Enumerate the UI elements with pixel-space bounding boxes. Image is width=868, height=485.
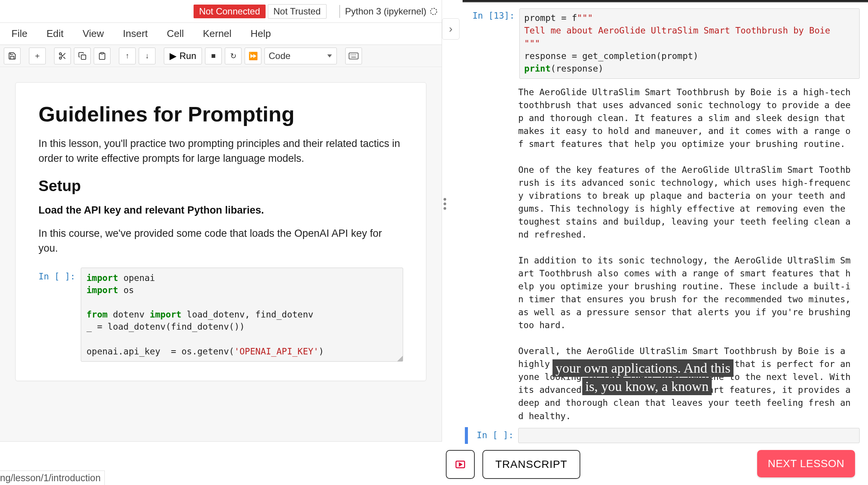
paste-button[interactable] [94, 48, 111, 64]
code-input[interactable]: import openai import os from dotenv impo… [81, 268, 403, 362]
markdown-cell[interactable]: Guidelines for Prompting In this lesson,… [15, 82, 426, 381]
menu-cell[interactable]: Cell [159, 26, 192, 42]
kernel-name[interactable]: Python 3 (ipykernel) [345, 6, 426, 17]
svg-marker-15 [460, 463, 462, 466]
empty-code-input-1[interactable] [518, 428, 860, 443]
panel-top-border [463, 0, 868, 2]
svg-point-2 [59, 57, 62, 59]
panel-drag-handle[interactable] [444, 198, 446, 210]
setup-heading: Setup [38, 177, 403, 195]
caption-line-1: your own applications. And this [553, 359, 733, 377]
page-title: Guidelines for Prompting [38, 102, 403, 126]
fast-forward-button[interactable]: ⏩ [245, 48, 261, 64]
toolbar: ＋ ↑ ↓ ▶ Run ■ ↻ ⏩ Code [0, 45, 442, 67]
svg-rect-6 [81, 55, 86, 59]
caption-line-2: is, you know, a known [582, 378, 712, 395]
not-trusted-badge[interactable]: Not Trusted [268, 4, 327, 19]
resize-handle[interactable] [397, 356, 403, 361]
menu-file[interactable]: File [4, 26, 35, 42]
run-label: Run [179, 51, 196, 61]
footer: ng/lesson/1/introduction TRANSCRIPT NEXT… [0, 443, 868, 485]
keyboard-button[interactable] [345, 48, 362, 64]
url-path: ng/lesson/1/introduction [0, 471, 105, 485]
chevron-right-icon: › [449, 23, 452, 35]
menu-kernel[interactable]: Kernel [195, 26, 239, 42]
video-captions: your own applications. And this is, you … [553, 359, 733, 396]
svg-point-1 [59, 53, 62, 55]
menu-bar: File Edit View Insert Cell Kernel Help [0, 23, 442, 45]
code-input-13[interactable]: prompt = f""" Tell me about AeroGlide Ul… [519, 8, 860, 79]
kernel-status-icon [429, 7, 438, 16]
code-prompt-13: In [13]: [472, 8, 519, 79]
code-cell-13[interactable]: In [13]: prompt = f""" Tell me about Aer… [472, 8, 860, 79]
transcript-button[interactable]: TRANSCRIPT [482, 450, 580, 479]
restart-button[interactable]: ↻ [225, 48, 242, 64]
empty-prompt-1: In [ ]: [472, 428, 518, 443]
cell-type-value: Code [269, 51, 290, 61]
collapse-panel-button[interactable]: › [442, 18, 460, 40]
menu-insert[interactable]: Insert [115, 26, 155, 42]
empty-code-cell-1[interactable]: In [ ]: [472, 428, 860, 443]
save-button[interactable] [4, 48, 21, 64]
svg-rect-7 [101, 52, 103, 54]
move-up-button[interactable]: ↑ [119, 48, 136, 64]
code-cell[interactable]: In [ ]: import openai import os from dot… [38, 268, 403, 362]
stop-button[interactable]: ■ [205, 48, 222, 64]
svg-point-0 [431, 8, 437, 14]
code-prompt-label: In [ ]: [38, 268, 81, 362]
move-down-button[interactable]: ↓ [139, 48, 155, 64]
svg-line-5 [61, 54, 62, 56]
run-button[interactable]: ▶ Run [164, 48, 202, 64]
copy-button[interactable] [74, 48, 91, 64]
intro-paragraph: In this lesson, you'll practice two prom… [38, 136, 403, 166]
left-notebook-panel: Not Connected Not Trusted Python 3 (ipyk… [0, 0, 442, 442]
divider [340, 5, 340, 18]
next-lesson-button[interactable]: NEXT LESSON [757, 450, 855, 477]
video-play-button[interactable] [446, 450, 475, 479]
menu-help[interactable]: Help [243, 26, 279, 42]
cell-type-select[interactable]: Code [264, 48, 337, 64]
add-cell-button[interactable]: ＋ [29, 48, 46, 64]
setup-subheading: Load the API key and relevant Python lib… [38, 204, 403, 216]
not-connected-badge: Not Connected [194, 5, 265, 18]
cut-button[interactable] [54, 48, 71, 64]
play-icon: ▶ [170, 51, 176, 61]
svg-line-4 [63, 57, 65, 59]
notebook-topbar: Not Connected Not Trusted Python 3 (ipyk… [0, 0, 442, 23]
menu-view[interactable]: View [75, 26, 112, 42]
notebook-area[interactable]: Guidelines for Prompting In this lesson,… [0, 67, 442, 441]
svg-rect-8 [349, 53, 358, 59]
setup-paragraph: In this course, we've provided some code… [38, 226, 403, 256]
menu-edit[interactable]: Edit [39, 26, 71, 42]
